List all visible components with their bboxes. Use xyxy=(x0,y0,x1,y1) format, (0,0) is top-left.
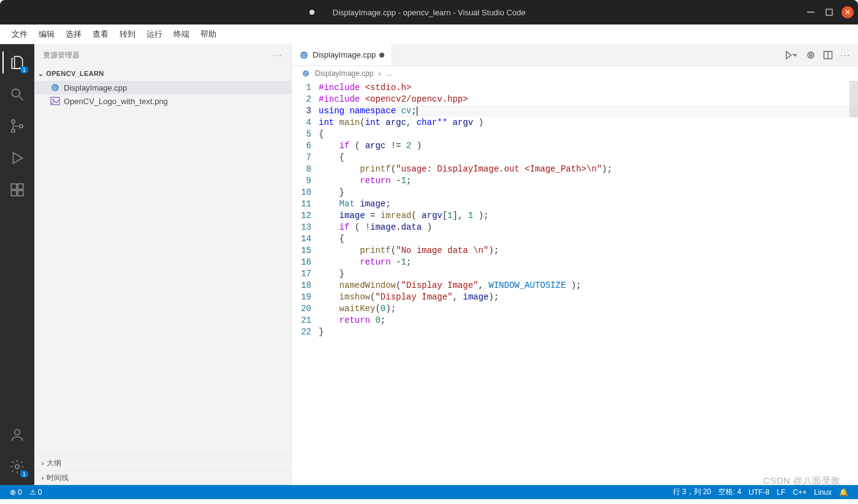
code-line[interactable]: } xyxy=(319,187,858,198)
status-item[interactable]: Linux xyxy=(810,487,835,497)
code-line[interactable]: return 0; xyxy=(319,315,858,326)
explorer-icon[interactable]: 1 xyxy=(2,49,32,76)
status-item[interactable]: 行 3，列 20 xyxy=(669,487,715,497)
breadcrumb[interactable]: C DisplayImage.cpp › ... xyxy=(292,66,858,81)
svg-point-20 xyxy=(810,54,812,56)
minimize-button[interactable] xyxy=(804,6,818,19)
cpp-file-icon: C xyxy=(302,69,310,78)
tabbar: C DisplayImage.cpp ··· xyxy=(292,44,858,66)
file-name: OpenCV_Logo_with_text.png xyxy=(64,97,168,106)
status-item[interactable]: C++ xyxy=(789,487,811,497)
line-number: 1 xyxy=(292,82,311,94)
code-line[interactable]: { xyxy=(319,129,858,140)
menu-2[interactable]: 选择 xyxy=(60,26,87,42)
code-line[interactable]: return -1; xyxy=(319,257,858,268)
svg-text:C: C xyxy=(302,53,306,58)
code-line[interactable]: { xyxy=(319,233,858,245)
modified-indicator-icon xyxy=(309,10,314,15)
code-line[interactable]: image = imread( argv[1], 1 ); xyxy=(319,210,858,222)
menu-7[interactable]: 帮助 xyxy=(195,26,222,42)
chevron-right-icon: ⌄ xyxy=(37,461,45,467)
code-line[interactable]: printf("usage: DisplayImage.out <Image_P… xyxy=(319,164,858,175)
extensions-icon[interactable] xyxy=(2,176,32,203)
bell-icon: 🔔 xyxy=(839,488,848,497)
code-line[interactable]: } xyxy=(319,326,858,338)
sidebar-section[interactable]: ⌄大纲 xyxy=(34,456,291,470)
svg-text:C: C xyxy=(53,85,57,91)
line-number: 22 xyxy=(292,326,311,338)
line-number: 5 xyxy=(292,129,311,140)
line-number: 8 xyxy=(292,164,311,175)
code-content[interactable]: #include <stdio.h>#include <opencv2/open… xyxy=(319,81,858,485)
menu-1[interactable]: 编辑 xyxy=(33,26,60,42)
gear-icon[interactable] xyxy=(806,50,816,60)
svg-rect-1 xyxy=(826,9,832,15)
line-number: 21 xyxy=(292,315,311,326)
breadcrumb-file: DisplayImage.cpp xyxy=(315,69,373,78)
sidebar-more-button[interactable]: ··· xyxy=(273,51,283,59)
code-line[interactable]: } xyxy=(319,268,858,280)
file-row[interactable]: OpenCV_Logo_with_text.png xyxy=(34,94,291,108)
window-title: DisplayImage.cpp - opencv_learn - Visual… xyxy=(333,8,526,17)
code-line[interactable]: if ( argc != 2 ) xyxy=(319,140,858,152)
status-item[interactable]: 🔔 xyxy=(835,487,852,497)
status-error[interactable]: ⊗0 xyxy=(6,488,26,497)
code-line[interactable]: #include <opencv2/opencv.hpp> xyxy=(319,94,858,105)
svg-point-12 xyxy=(15,465,20,469)
code-line[interactable]: using namespace cv; xyxy=(319,105,858,117)
code-line[interactable]: Mat image; xyxy=(319,198,858,210)
status-item[interactable]: 空格: 4 xyxy=(715,487,745,497)
status-item[interactable]: LF xyxy=(773,487,789,497)
code-area[interactable]: 12345678910111213141516171819202122 #inc… xyxy=(292,81,858,485)
split-editor-icon[interactable] xyxy=(823,50,833,60)
menu-5[interactable]: 运行 xyxy=(141,26,168,42)
line-number: 19 xyxy=(292,291,311,303)
code-line[interactable]: return -1; xyxy=(319,175,858,187)
svg-rect-9 xyxy=(11,190,17,196)
svg-point-19 xyxy=(808,52,814,58)
status-warning[interactable]: ⚠0 xyxy=(26,488,46,497)
status-item[interactable]: UTF-8 xyxy=(745,487,773,497)
run-debug-icon[interactable] xyxy=(2,145,32,171)
line-number: 11 xyxy=(292,198,311,210)
more-icon[interactable]: ··· xyxy=(840,50,851,59)
line-number: 20 xyxy=(292,303,311,315)
line-number: 16 xyxy=(292,257,311,268)
tab-open-file[interactable]: C DisplayImage.cpp xyxy=(292,44,392,66)
code-line[interactable]: { xyxy=(319,152,858,164)
minimap-scrollbar[interactable] xyxy=(849,81,858,118)
code-line[interactable]: waitKey(0); xyxy=(319,303,858,315)
svg-point-6 xyxy=(20,124,23,127)
menu-4[interactable]: 转到 xyxy=(114,26,141,42)
svg-point-4 xyxy=(12,120,15,123)
sidebar: 资源管理器 ··· ⌄ OPENCV_LEARN CDisplayImage.c… xyxy=(34,44,292,485)
code-line[interactable]: printf("No image data \n"); xyxy=(319,245,858,257)
breadcrumb-symbol: ... xyxy=(385,69,392,78)
menu-3[interactable]: 查看 xyxy=(87,26,114,42)
close-button[interactable]: ✕ xyxy=(841,6,854,19)
chevron-down-icon: ⌄ xyxy=(38,70,44,78)
folder-name: OPENCV_LEARN xyxy=(46,70,104,77)
file-row[interactable]: CDisplayImage.cpp xyxy=(34,81,291,94)
run-button[interactable] xyxy=(785,50,799,60)
manage-icon[interactable]: 1 xyxy=(2,453,32,480)
accounts-icon[interactable] xyxy=(2,421,32,448)
code-line[interactable]: imshow("Display Image", image); xyxy=(319,291,858,303)
source-control-icon[interactable] xyxy=(2,113,32,140)
code-line[interactable]: namedWindow("Display Image", WINDOW_AUTO… xyxy=(319,280,858,291)
code-line[interactable]: if ( !image.data ) xyxy=(319,222,858,233)
chevron-right-icon: ⌄ xyxy=(37,475,45,481)
maximize-button[interactable] xyxy=(822,6,836,19)
line-gutter: 12345678910111213141516171819202122 xyxy=(292,81,319,485)
code-line[interactable]: int main(int argc, char** argv ) xyxy=(319,117,858,129)
folder-header[interactable]: ⌄ OPENCV_LEARN xyxy=(34,66,291,81)
line-number: 17 xyxy=(292,268,311,280)
svg-rect-0 xyxy=(807,12,814,13)
sidebar-section[interactable]: ⌄时间线 xyxy=(34,470,291,485)
line-number: 9 xyxy=(292,175,311,187)
line-number: 12 xyxy=(292,210,311,222)
search-icon[interactable] xyxy=(2,81,32,108)
menu-6[interactable]: 终端 xyxy=(168,26,195,42)
code-line[interactable]: #include <stdio.h> xyxy=(319,82,858,94)
menu-0[interactable]: 文件 xyxy=(6,26,33,42)
